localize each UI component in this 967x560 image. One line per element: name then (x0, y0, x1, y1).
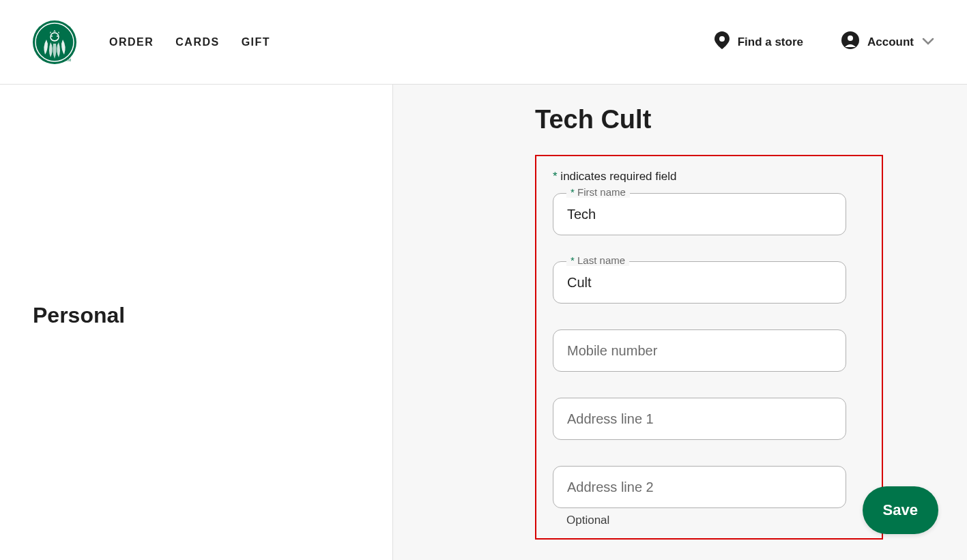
section-title: Personal (33, 303, 392, 328)
asterisk-icon: * (571, 186, 575, 198)
nav-left: ORDER CARDS GIFT (109, 36, 270, 48)
svg-point-4 (57, 35, 58, 37)
address1-field-wrap: Address line 1 (553, 398, 865, 440)
form-highlight-box: * indicates required field * First name … (535, 155, 883, 540)
svg-point-3 (51, 35, 53, 37)
find-store-label: Find a store (738, 35, 803, 49)
nav-order[interactable]: ORDER (109, 36, 154, 48)
last-name-field-wrap: * Last name Cult (553, 261, 865, 304)
svg-text:TM: TM (66, 58, 71, 62)
account-icon (841, 31, 859, 53)
svg-point-8 (848, 35, 853, 41)
address1-input[interactable]: Address line 1 (553, 398, 846, 440)
nav-gift[interactable]: GIFT (242, 36, 270, 48)
address2-hint: Optional (566, 514, 865, 527)
account-label: Account (867, 35, 914, 49)
last-name-label: * Last name (566, 254, 629, 266)
content: Personal Tech Cult * indicates required … (0, 85, 967, 560)
right-panel: Tech Cult * indicates required field * F… (393, 85, 967, 560)
save-button[interactable]: Save (863, 486, 938, 534)
first-name-label: * First name (566, 186, 630, 198)
account-menu[interactable]: Account (841, 31, 934, 53)
location-pin-icon (715, 31, 730, 53)
address2-field-wrap: Address line 2 Optional (553, 466, 865, 527)
address2-input[interactable]: Address line 2 (553, 466, 846, 508)
asterisk-icon: * (553, 170, 558, 183)
last-name-label-text: Last name (577, 254, 625, 266)
mobile-input[interactable]: Mobile number (553, 329, 846, 372)
asterisk-icon: * (571, 254, 575, 266)
first-name-input[interactable]: Tech (553, 193, 846, 235)
last-name-input[interactable]: Cult (553, 261, 846, 304)
required-hint-text: indicates required field (558, 170, 677, 183)
chevron-down-icon (922, 35, 934, 49)
mobile-field-wrap: Mobile number (553, 329, 865, 372)
starbucks-logo[interactable]: TM (33, 20, 76, 64)
form-section: Tech Cult * indicates required field * F… (535, 105, 883, 540)
svg-point-6 (719, 36, 725, 42)
first-name-field-wrap: * First name Tech (553, 193, 865, 235)
left-panel: Personal (0, 85, 393, 560)
page-title: Tech Cult (535, 105, 883, 134)
header: TM ORDER CARDS GIFT Find a store (0, 0, 967, 85)
first-name-label-text: First name (577, 186, 626, 198)
nav-right: Find a store Account (715, 31, 934, 53)
nav-cards[interactable]: CARDS (175, 36, 219, 48)
required-hint: * indicates required field (553, 170, 865, 183)
find-store-link[interactable]: Find a store (715, 31, 803, 53)
